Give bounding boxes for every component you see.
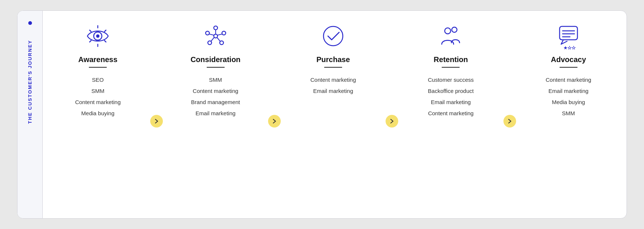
retention-items: Customer success Backoffice product Emai… [428,74,474,119]
list-item: SEO [75,74,121,86]
svg-point-21 [452,27,457,32]
arrow-2-button[interactable] [268,115,281,128]
stage-purchase: Purchase Content marketing Email marketi… [284,21,382,208]
arrow-1-button[interactable] [150,115,163,128]
arrow-2-col [265,21,284,208]
arrow-1-col [147,21,166,208]
consideration-divider [207,67,225,68]
svg-rect-22 [560,26,577,40]
svg-point-13 [206,31,209,35]
svg-line-7 [90,41,91,42]
arrow-3-col [382,21,402,208]
svg-point-10 [222,31,226,35]
customer-journey-card: THE CUSTOMER'S JOURNEY [17,10,627,219]
list-item: Media buying [546,97,592,108]
consideration-icon [201,21,231,51]
svg-line-5 [104,41,106,42]
arrow-3-button[interactable] [386,115,398,128]
list-item: Media buying [75,108,121,119]
main-content: Awareness SEO SMM Content marketing Medi… [43,11,627,218]
svg-line-18 [209,34,214,35]
awareness-items: SEO SMM Content marketing Media buying [75,74,121,119]
consideration-title: Consideration [190,55,240,64]
awareness-title: Awareness [78,55,117,64]
advocacy-title: Advocacy [551,55,586,64]
list-item: SMM [191,74,240,86]
purchase-icon [318,21,348,51]
arrow-4-button[interactable] [503,115,516,128]
purchase-items: Content marketing Email marketing [310,74,356,97]
svg-line-4 [90,30,91,32]
list-item: Content marketing [428,108,474,119]
list-item: Backoffice product [428,86,474,97]
svg-point-1 [96,35,100,38]
sidebar-title: THE CUSTOMER'S JOURNEY [27,40,33,124]
list-item: Brand management [191,97,240,108]
list-item: Content marketing [310,74,356,86]
arrow-4-col [500,21,519,208]
advocacy-divider [560,67,577,68]
svg-line-17 [211,38,214,42]
svg-line-16 [217,38,220,42]
svg-point-20 [445,28,451,34]
list-item: Customer success [428,74,474,86]
list-item: Content marketing [191,86,240,97]
advocacy-items: Content marketing Email marketing Media … [546,74,592,119]
list-item: SMM [546,108,592,119]
purchase-divider [324,67,342,68]
svg-line-15 [217,34,222,35]
svg-point-19 [323,26,343,46]
awareness-divider [89,67,107,68]
svg-text:☆: ☆ [571,45,576,49]
list-item: Email marketing [191,108,240,119]
list-item: Content marketing [75,97,121,108]
svg-line-6 [104,30,106,32]
retention-title: Retention [434,55,468,64]
awareness-icon [83,21,113,51]
advocacy-icon: ★ ☆ ☆ [554,21,583,51]
retention-divider [442,67,460,68]
stage-awareness: Awareness SEO SMM Content marketing Medi… [49,21,147,208]
stage-consideration: Consideration SMM Content marketing Bran… [166,21,264,208]
svg-point-9 [214,26,218,30]
purchase-title: Purchase [316,55,350,64]
retention-icon [436,21,466,51]
list-item: SMM [75,86,121,97]
list-item: Content marketing [546,74,592,86]
stage-retention: Retention Customer success Backoffice pr… [402,21,500,208]
list-item: Email marketing [310,86,356,97]
consideration-items: SMM Content marketing Brand management E… [191,74,240,119]
list-item: Email marketing [546,86,592,97]
list-item: Email marketing [428,97,474,108]
sidebar: THE CUSTOMER'S JOURNEY [17,11,43,218]
sidebar-dot [28,21,32,25]
stage-advocacy: ★ ☆ ☆ Advocacy Content marketing Email m… [519,21,618,208]
